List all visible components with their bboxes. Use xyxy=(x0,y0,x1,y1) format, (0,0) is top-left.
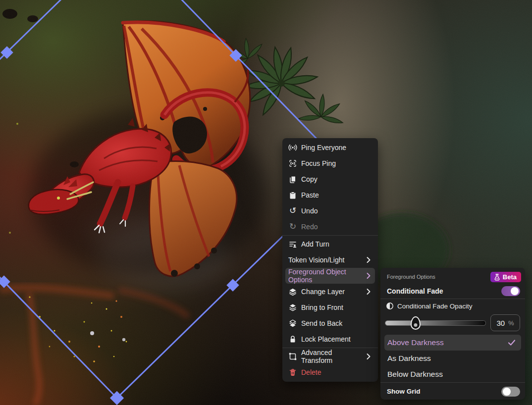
show-grid-label: Show Grid xyxy=(387,388,421,395)
show-grid-toggle[interactable] xyxy=(501,387,520,397)
menu-item-label: Redo xyxy=(301,223,318,231)
option-below-darkness[interactable]: Below Darkness xyxy=(384,366,521,382)
menu-item-label: Bring to Front xyxy=(301,304,343,311)
chevron-right-icon xyxy=(365,256,372,263)
menu-item-send-to-back[interactable]: Send to Back xyxy=(285,315,375,331)
menu-item-copy[interactable]: Copy xyxy=(285,171,375,187)
menu-item-label: Send to Back xyxy=(301,319,342,327)
menu-item-lock-placement[interactable]: Lock Placement xyxy=(285,331,375,347)
flask-icon xyxy=(493,273,501,281)
opacity-unit: % xyxy=(508,319,514,327)
trash-icon xyxy=(288,368,297,377)
focus-ping-icon xyxy=(288,159,297,168)
lock-icon xyxy=(288,335,297,344)
menu-item-label: Add Turn xyxy=(301,240,329,248)
send-to-back-icon xyxy=(288,319,297,328)
menu-item-label: Undo xyxy=(301,207,318,215)
conditional-fade-label: Conditional Fade xyxy=(387,287,443,295)
beta-badge: Beta xyxy=(490,272,521,282)
panel-title: Foreground Options xyxy=(387,274,435,280)
toggle-knob xyxy=(511,287,519,295)
transform-icon xyxy=(288,352,297,361)
copy-icon xyxy=(288,175,297,184)
option-as-darkness[interactable]: As Darkness xyxy=(384,351,521,366)
conditional-fade-toggle[interactable] xyxy=(501,286,520,296)
layers-icon xyxy=(288,287,297,296)
ping-icon xyxy=(288,143,297,152)
opacity-value-input[interactable]: 30 % xyxy=(490,314,520,331)
menu-item-add-turn[interactable]: Add Turn xyxy=(285,236,375,252)
beta-badge-label: Beta xyxy=(503,273,517,281)
undo-icon: ↺ xyxy=(288,206,297,215)
menu-item-label: Delete xyxy=(301,368,321,376)
menu-item-delete[interactable]: Delete xyxy=(285,364,375,380)
menu-item-ping-everyone[interactable]: Ping Everyone xyxy=(285,140,375,155)
chevron-right-icon xyxy=(365,288,372,295)
add-turn-icon xyxy=(288,240,297,249)
menu-divider xyxy=(282,348,378,348)
darkness-options-list: Above Darkness As Darkness Below Darknes… xyxy=(380,335,525,382)
menu-item-label: Paste xyxy=(301,191,319,199)
menu-item-label: Lock Placement xyxy=(301,335,351,343)
show-grid-row: Show Grid xyxy=(380,383,525,400)
menu-item-label: Foreground Object Options xyxy=(288,268,361,284)
vtt-canvas[interactable]: Ping Everyone Focus Ping Copy Paste ↺ Un… xyxy=(0,0,532,405)
menu-item-foreground-object-options[interactable]: Foreground Object Options xyxy=(285,268,375,284)
context-menu: Ping Everyone Focus Ping Copy Paste ↺ Un… xyxy=(282,138,378,382)
menu-item-redo[interactable]: ↻ Redo xyxy=(285,219,375,235)
menu-item-label: Ping Everyone xyxy=(301,144,346,152)
opacity-icon xyxy=(386,302,394,310)
opacity-slider-track[interactable] xyxy=(385,321,485,325)
menu-item-token-vision-light[interactable]: Token Vision/Light xyxy=(285,252,375,268)
option-label: Below Darkness xyxy=(387,370,443,379)
opacity-label-row: Conditional Fade Opacity xyxy=(380,299,525,313)
check-icon xyxy=(507,338,518,347)
opacity-slider-row: 30 % xyxy=(380,313,525,333)
panel-header: Foreground Options Beta xyxy=(380,268,525,284)
opacity-value: 30 xyxy=(496,319,505,327)
menu-item-change-layer[interactable]: Change Layer xyxy=(285,284,375,300)
menu-item-paste[interactable]: Paste xyxy=(285,187,375,203)
menu-item-bring-to-front[interactable]: Bring to Front xyxy=(285,300,375,315)
conditional-fade-row: Conditional Fade xyxy=(380,284,525,299)
option-label: Above Darkness xyxy=(387,338,444,347)
menu-item-advanced-transform[interactable]: Advanced Transform xyxy=(285,349,375,364)
chevron-right-icon xyxy=(365,353,372,360)
chevron-right-icon xyxy=(365,272,372,279)
menu-item-label: Copy xyxy=(301,175,318,183)
menu-item-label: Focus Ping xyxy=(301,159,336,167)
panel-divider xyxy=(380,382,525,383)
redo-icon: ↻ xyxy=(288,222,297,231)
menu-item-label: Token Vision/Light xyxy=(288,256,344,264)
opacity-slider-thumb[interactable] xyxy=(411,316,421,330)
foreground-options-panel: Foreground Options Beta Conditional Fade… xyxy=(380,268,525,400)
option-above-darkness[interactable]: Above Darkness xyxy=(384,335,521,351)
menu-item-undo[interactable]: ↺ Undo xyxy=(285,203,375,219)
menu-item-label: Advanced Transform xyxy=(301,349,361,364)
menu-item-focus-ping[interactable]: Focus Ping xyxy=(285,155,375,171)
option-label: As Darkness xyxy=(387,354,431,363)
opacity-label: Conditional Fade Opacity xyxy=(397,303,473,310)
menu-item-label: Change Layer xyxy=(301,288,345,296)
toggle-knob xyxy=(503,388,511,396)
menu-divider xyxy=(282,235,378,236)
bring-to-front-icon xyxy=(288,303,297,312)
paste-icon xyxy=(288,191,297,200)
